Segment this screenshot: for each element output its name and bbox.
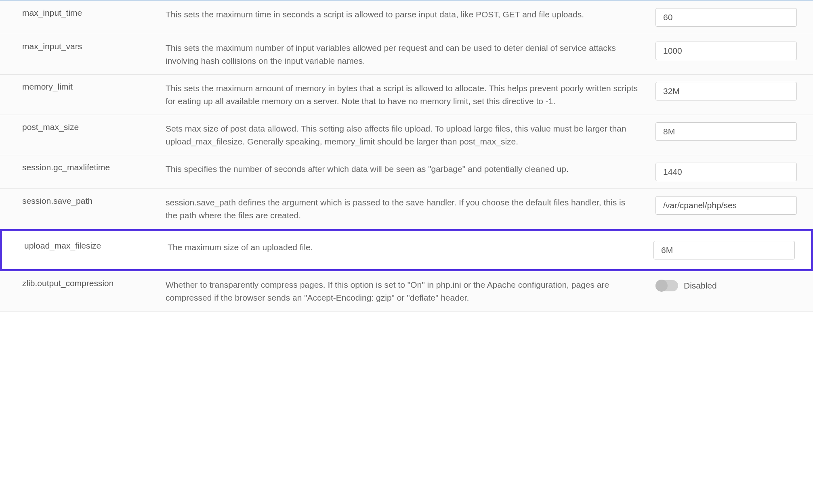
setting-name: session.gc_maxlifetime — [0, 163, 166, 172]
setting-description: This sets the maximum number of input va… — [166, 42, 655, 67]
setting-value-cell — [655, 8, 813, 27]
php-settings-table: max_input_timeThis sets the maximum time… — [0, 0, 813, 312]
setting-name: upload_max_filesize — [2, 241, 168, 251]
setting-row-upload-max-filesize: upload_max_filesizeThe maximum size of a… — [0, 229, 813, 271]
setting-description: Sets max size of post data allowed. This… — [166, 122, 655, 148]
setting-input-session-save-path[interactable] — [655, 196, 797, 215]
setting-value-cell — [655, 42, 813, 60]
setting-name: memory_limit — [0, 82, 166, 92]
setting-value-cell — [655, 82, 813, 100]
setting-input-session-gc-maxlifetime[interactable] — [655, 163, 797, 181]
setting-description: This sets the maximum time in seconds a … — [166, 8, 655, 21]
setting-value-cell: Disabled — [655, 278, 813, 291]
setting-input-post-max-size[interactable] — [655, 122, 797, 141]
setting-description: Whether to transparently compress pages.… — [166, 278, 655, 304]
setting-input-max-input-time[interactable] — [655, 8, 797, 27]
setting-value-cell — [653, 241, 811, 259]
setting-name: max_input_vars — [0, 42, 166, 51]
setting-value-cell — [655, 196, 813, 215]
setting-row-session-gc-maxlifetime: session.gc_maxlifetimeThis specifies the… — [0, 155, 813, 189]
setting-row-max-input-time: max_input_timeThis sets the maximum time… — [0, 1, 813, 34]
setting-input-upload-max-filesize[interactable] — [653, 241, 795, 259]
setting-description: The maximum size of an uploaded file. — [168, 241, 653, 254]
setting-value-cell — [655, 122, 813, 141]
setting-description: This specifies the number of seconds aft… — [166, 163, 655, 176]
setting-row-memory-limit: memory_limitThis sets the maximum amount… — [0, 75, 813, 115]
setting-name: post_max_size — [0, 122, 166, 132]
setting-value-cell — [655, 163, 813, 181]
toggle-label: Disabled — [684, 281, 717, 291]
setting-input-memory-limit[interactable] — [655, 82, 797, 100]
setting-description: This sets the maximum amount of memory i… — [166, 82, 655, 107]
setting-input-max-input-vars[interactable] — [655, 42, 797, 60]
setting-description: session.save_path defines the argument w… — [166, 196, 655, 222]
toggle-knob — [655, 280, 668, 292]
setting-name: zlib.output_compression — [0, 278, 166, 288]
setting-name: max_input_time — [0, 8, 166, 18]
setting-name: session.save_path — [0, 196, 166, 206]
setting-row-post-max-size: post_max_sizeSets max size of post data … — [0, 115, 813, 155]
setting-row-session-save-path: session.save_pathsession.save_path defin… — [0, 189, 813, 229]
toggle-wrap: Disabled — [655, 278, 801, 291]
setting-row-max-input-vars: max_input_varsThis sets the maximum numb… — [0, 34, 813, 75]
setting-row-zlib-output-compression: zlib.output_compressionWhether to transp… — [0, 271, 813, 312]
toggle-switch[interactable] — [655, 280, 678, 291]
